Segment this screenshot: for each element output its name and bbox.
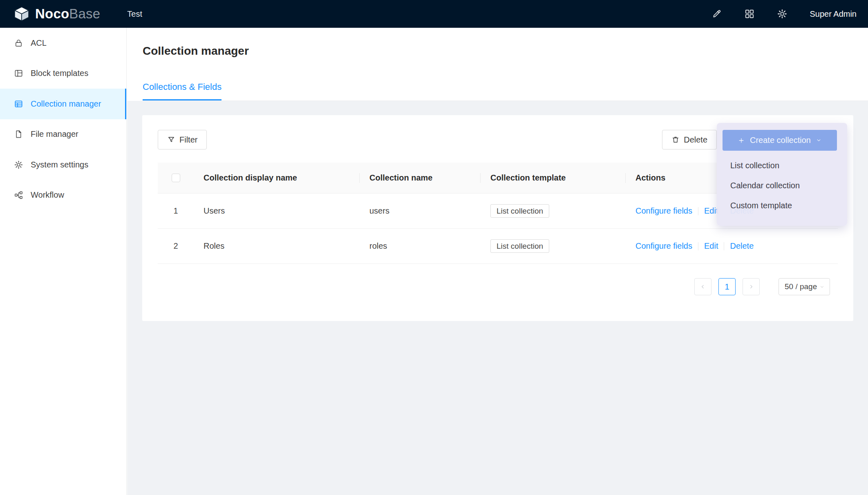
template-tag: List collection	[490, 239, 549, 253]
delete-link[interactable]: Delete	[730, 241, 754, 251]
workflow-icon	[14, 190, 23, 200]
cell-display-name: Roles	[194, 241, 360, 251]
brand-name: NocoBase	[35, 6, 100, 22]
col-header-collection-name: Collection name	[360, 173, 481, 183]
cell-display-name: Users	[194, 206, 360, 216]
col-header-template: Collection template	[481, 173, 626, 183]
template-tag: List collection	[490, 204, 549, 218]
sidebar-item-label: Workflow	[31, 190, 64, 200]
prev-page-button[interactable]	[694, 278, 711, 295]
create-collection-menu: List collection Calendar collection Cust…	[717, 156, 847, 216]
sidebar-item-file-manager[interactable]: File manager	[0, 119, 126, 150]
trash-icon	[671, 136, 680, 144]
current-user-menu[interactable]: Super Admin	[810, 9, 857, 19]
sidebar-item-acl[interactable]: ACL	[0, 28, 126, 58]
filter-button-label: Filter	[179, 135, 197, 145]
menu-item-list-collection[interactable]: List collection	[717, 156, 847, 176]
create-collection-label: Create collection	[750, 136, 811, 145]
navbar-right-group: Super Admin	[711, 9, 868, 19]
chevron-right-icon	[748, 283, 754, 290]
chevron-down-icon	[816, 137, 822, 143]
create-collection-dropdown: Create collection List collection Calend…	[717, 123, 847, 226]
sidebar-item-collection-manager[interactable]: Collection manager	[0, 89, 126, 119]
layout-icon	[14, 69, 23, 78]
chevron-left-icon	[700, 283, 706, 290]
file-icon	[14, 129, 23, 139]
brand-bold: Noco	[35, 6, 69, 21]
sidebar-item-system-settings[interactable]: System settings	[0, 149, 126, 180]
sidebar-item-block-templates[interactable]: Block templates	[0, 58, 126, 89]
sidebar-item-label: System settings	[31, 160, 88, 169]
delete-button-label: Delete	[684, 135, 707, 145]
brand-light: Base	[69, 6, 100, 21]
configure-fields-link[interactable]: Configure fields	[635, 241, 692, 251]
row-index: 2	[158, 241, 194, 251]
cell-collection-name: users	[360, 206, 481, 216]
row-index: 1	[158, 206, 194, 216]
sidebar-item-label: Collection manager	[31, 99, 101, 109]
menu-item-calendar-collection[interactable]: Calendar collection	[717, 176, 847, 196]
table-icon	[14, 99, 23, 109]
plus-icon	[738, 137, 745, 144]
page-size-select[interactable]: 50 / page	[779, 278, 830, 295]
settings-gear-icon[interactable]	[777, 9, 787, 19]
tab-bar: Collections & Fields	[143, 76, 868, 101]
cell-actions: Configure fields Edit Delete	[626, 241, 838, 251]
action-divider	[698, 242, 698, 250]
cell-collection-name: roles	[360, 241, 481, 251]
page-size-value: 50 / page	[785, 282, 817, 291]
page-header: Collection manager Collections & Fields	[127, 28, 868, 101]
edit-link[interactable]: Edit	[704, 241, 718, 251]
gear-icon	[14, 160, 23, 169]
col-header-display-name: Collection display name	[194, 173, 360, 183]
sidebar-item-label: ACL	[31, 38, 47, 48]
delete-button[interactable]: Delete	[662, 130, 717, 149]
logo-cube-icon	[13, 7, 30, 21]
page-1-button[interactable]: 1	[718, 278, 736, 295]
configure-fields-link[interactable]: Configure fields	[635, 206, 692, 216]
lock-icon	[14, 38, 23, 48]
sidebar: ACL Block templates Collection manager F…	[0, 28, 127, 495]
page-title: Collection manager	[143, 28, 868, 58]
next-page-button[interactable]	[743, 278, 760, 295]
sidebar-item-label: Block templates	[31, 69, 88, 78]
filter-button[interactable]: Filter	[158, 130, 207, 149]
sidebar-item-label: File manager	[31, 129, 78, 139]
select-all-checkbox[interactable]	[172, 174, 180, 182]
top-menu: Test	[123, 0, 146, 28]
action-divider	[698, 207, 698, 215]
menu-item-custom-template[interactable]: Custom template	[717, 196, 847, 216]
action-divider	[724, 242, 724, 250]
tab-collections-fields[interactable]: Collections & Fields	[143, 82, 221, 100]
nav-item-test[interactable]: Test	[123, 0, 146, 28]
sidebar-item-workflow[interactable]: Workflow	[0, 180, 126, 211]
plugins-grid-icon[interactable]	[744, 9, 755, 19]
main-content: Collection manager Collections & Fields …	[127, 28, 868, 495]
ui-editor-highlighter-icon[interactable]	[711, 9, 722, 19]
create-collection-button[interactable]: Create collection	[723, 130, 837, 151]
nocobase-logo[interactable]: NocoBase	[13, 6, 100, 22]
table-row-roles: 2 Roles roles List collection Configure …	[158, 229, 838, 264]
edit-link[interactable]: Edit	[704, 206, 718, 216]
top-navbar: NocoBase Test Super Admin	[0, 0, 868, 28]
pagination: 1 50 / page	[158, 278, 838, 295]
filter-icon	[167, 136, 175, 144]
chevron-down-icon	[819, 284, 825, 290]
